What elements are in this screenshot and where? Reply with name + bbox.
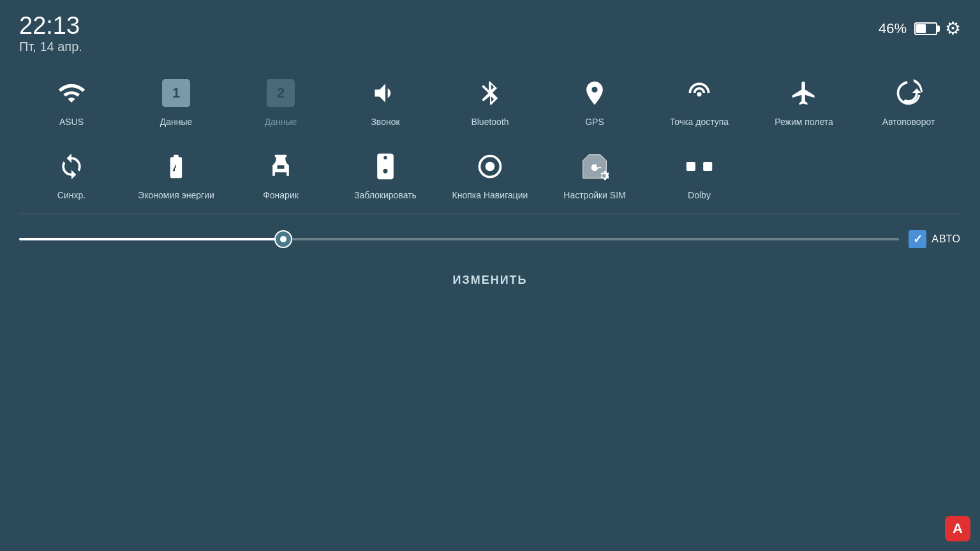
qs-battery-save[interactable]: Экономия энергии <box>124 140 228 207</box>
qs-autorotate[interactable]: Автоповорот <box>856 67 961 134</box>
bluetooth-icon <box>476 77 504 110</box>
qs-airplane-label: Режим полета <box>775 116 833 128</box>
svg-rect-3 <box>687 162 695 171</box>
qs-data1-label: Данные <box>160 116 193 128</box>
clock-time: 22:13 <box>19 13 82 40</box>
qs-lock[interactable]: Заблокировать <box>333 140 438 207</box>
qs-battery-save-label: Экономия энергии <box>138 189 214 201</box>
quick-settings-panel: ASUS 1 Данные 2 Данные Звонок <box>0 61 980 207</box>
qs-data1[interactable]: 1 Данные <box>124 67 228 134</box>
auto-brightness-label: АВТО <box>932 233 961 245</box>
gps-icon <box>581 77 609 110</box>
quick-settings-row-1: ASUS 1 Данные 2 Данные Звонок <box>19 67 961 134</box>
date-display: Пт, 14 апр. <box>19 40 82 54</box>
qs-wifi[interactable]: ASUS <box>19 67 124 134</box>
battery-percent: 46% <box>879 20 907 37</box>
auto-brightness-checkbox[interactable]: ✓ <box>909 230 926 248</box>
flashlight-icon <box>267 150 295 183</box>
brightness-section: ✓ АВТО <box>0 221 980 254</box>
qs-lock-label: Заблокировать <box>354 189 417 201</box>
checkbox-checkmark: ✓ <box>913 232 923 246</box>
qs-flashlight-label: Фонарик <box>263 189 299 201</box>
settings-icon[interactable]: ⚙ <box>945 18 961 39</box>
airplane-icon <box>790 77 818 110</box>
qs-hotspot[interactable]: Точка доступа <box>647 67 752 134</box>
qs-sim-settings-label: Настройки SIM <box>563 189 625 201</box>
auto-brightness[interactable]: ✓ АВТО <box>909 230 961 248</box>
brightness-thumb-inner <box>280 236 286 242</box>
qs-flashlight[interactable]: Фонарик <box>228 140 333 207</box>
asus-app-icon[interactable]: A <box>945 516 970 541</box>
brightness-thumb[interactable] <box>274 230 292 248</box>
qs-airplane[interactable]: Режим полета <box>752 67 856 134</box>
svg-rect-4 <box>703 162 712 171</box>
qs-bluetooth-label: Bluetooth <box>471 116 509 128</box>
dolby-icon <box>685 150 713 183</box>
wifi-icon <box>57 77 85 110</box>
qs-gps-label: GPS <box>585 116 604 128</box>
svg-point-1 <box>486 162 495 172</box>
hotspot-icon <box>685 77 713 110</box>
qs-sim-settings[interactable]: Настройки SIM <box>542 140 647 207</box>
qs-data2-label: Данные <box>265 116 297 128</box>
battery-fill <box>916 24 926 33</box>
qs-sync[interactable]: Синхр. <box>19 140 124 207</box>
qs-sync-label: Синхр. <box>57 189 85 201</box>
qs-dolby[interactable]: Dolby <box>647 140 752 207</box>
qs-dolby-label: Dolby <box>688 189 711 201</box>
qs-hotspot-label: Точка доступа <box>670 116 729 128</box>
qs-gps[interactable]: GPS <box>542 67 647 134</box>
header: 22:13 Пт, 14 апр. 46% ⚙ <box>0 0 980 61</box>
data2-icon: 2 <box>267 77 295 110</box>
battery-save-icon <box>162 150 190 183</box>
lock-icon <box>371 150 399 183</box>
data1-icon: 1 <box>162 77 190 110</box>
time-block: 22:13 Пт, 14 апр. <box>19 13 82 54</box>
sim-settings-icon <box>581 150 609 183</box>
qs-sound-label: Звонок <box>371 116 399 128</box>
divider <box>19 214 961 214</box>
autorotate-icon <box>895 77 923 110</box>
qs-nav-button-label: Кнопка Навигации <box>452 189 528 201</box>
qs-data2[interactable]: 2 Данные <box>228 67 333 134</box>
qs-sound[interactable]: Звонок <box>333 67 438 134</box>
sync-icon <box>57 150 85 183</box>
asus-app-letter: A <box>953 520 963 537</box>
qs-wifi-label: ASUS <box>59 116 84 128</box>
qs-bluetooth[interactable]: Bluetooth <box>438 67 542 134</box>
brightness-fill <box>19 238 283 240</box>
nav-button-icon <box>476 150 504 183</box>
brightness-slider[interactable] <box>19 238 899 240</box>
qs-autorotate-label: Автоповорот <box>882 116 935 128</box>
qs-nav-button[interactable]: Кнопка Навигации <box>438 140 542 207</box>
battery-icon <box>914 22 937 35</box>
sound-icon <box>371 77 399 110</box>
quick-settings-row-2: Синхр. Экономия энергии Фонарик <box>19 140 961 207</box>
edit-button[interactable]: ИЗМЕНИТЬ <box>452 274 527 287</box>
status-block: 46% ⚙ <box>879 13 961 39</box>
edit-section: ИЗМЕНИТЬ <box>0 261 980 300</box>
